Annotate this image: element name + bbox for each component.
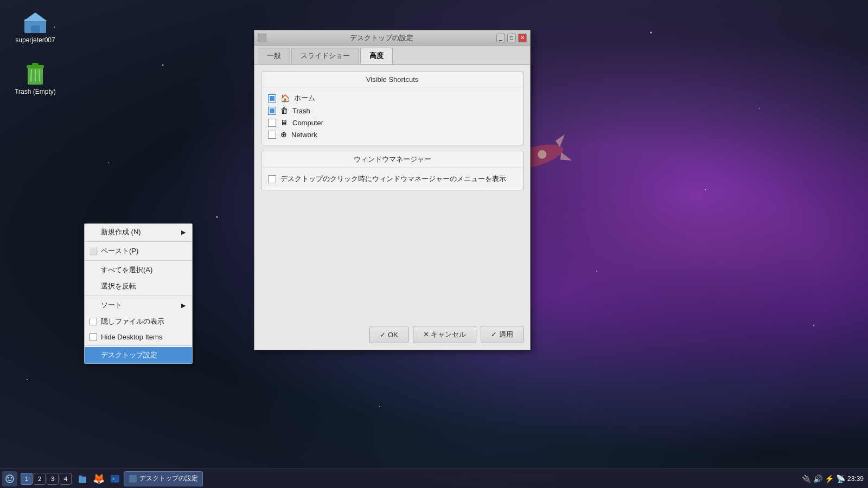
ctx-item-select-all[interactable]: すべてを選択(A) xyxy=(85,262,192,278)
svg-point-12 xyxy=(813,325,815,326)
dialog-titlebar: デスクトップの設定 _ □ ✕ xyxy=(254,30,530,46)
ctx-selectall-label: すべてを選択(A) xyxy=(101,265,152,275)
paste-icon: ⬜ xyxy=(89,247,98,255)
svg-point-10 xyxy=(596,271,597,272)
tray-icon-power[interactable]: ⚡ xyxy=(825,474,834,483)
shortcut-network-checkbox[interactable] xyxy=(268,131,276,139)
ctx-separator-1 xyxy=(85,241,192,242)
ctx-hidedesktop-label: Hide Desktop Items xyxy=(101,333,162,341)
taskbar-active-app-label: デスクトップの設定 xyxy=(139,474,198,483)
workspace-1[interactable]: 1 xyxy=(21,473,33,485)
tab-slideshow[interactable]: スライドショー xyxy=(291,48,359,64)
home-icon-label: superjeter007 xyxy=(15,36,55,44)
ctx-new-arrow: ▶ xyxy=(181,229,186,236)
tab-general[interactable]: 一般 xyxy=(258,48,290,64)
shortcut-computer-label: Computer xyxy=(292,119,323,127)
window-manager-title: ウィンドウマネージャー xyxy=(261,151,523,168)
desktop-icon-home[interactable]: superjeter007 xyxy=(14,8,57,44)
wm-menu-label: デスクトップのクリック時にウィンドウマネージャーのメニューを表示 xyxy=(280,174,506,184)
ctx-desktopsettings-label: デスクトップ設定 xyxy=(101,350,157,360)
svg-rect-38 xyxy=(129,475,137,483)
svg-point-9 xyxy=(216,216,218,218)
taskbar-active-app[interactable]: デスクトップの設定 xyxy=(124,471,203,486)
svg-point-13 xyxy=(27,379,28,380)
visible-shortcuts-section: Visible Shortcuts 🏠 ホーム 🗑 Trash xyxy=(261,72,524,145)
svg-marker-18 xyxy=(559,150,572,163)
tray-icon-wireless[interactable]: 📡 xyxy=(836,474,845,483)
workspace-switcher: 1 2 3 4 xyxy=(21,473,72,485)
ctx-paste-label: ペースト(P) xyxy=(101,246,138,256)
ctx-item-hide-desktop[interactable]: Hide Desktop Items xyxy=(85,330,192,344)
desktop[interactable]: superjeter007 Trash (Empty) 新規作成 (N) ▶ ⬜ xyxy=(0,0,868,488)
shortcut-network-label: Network xyxy=(291,131,317,139)
shortcut-trash-row: 🗑 Trash xyxy=(268,105,516,117)
hide-desktop-checkbox-icon xyxy=(89,333,98,342)
ctx-separator-4 xyxy=(85,345,192,346)
network-shortcut-icon: ⊕ xyxy=(280,130,287,139)
apply-button[interactable]: ✓ 適用 xyxy=(481,326,524,343)
ctx-separator-2 xyxy=(85,260,192,261)
window-manager-body: デスクトップのクリック時にウィンドウマネージャーのメニューを表示 xyxy=(261,168,523,190)
svg-point-32 xyxy=(8,477,9,478)
ctx-invertsel-label: 選択を反転 xyxy=(101,281,136,291)
taskbar-terminal[interactable]: >_ xyxy=(107,471,123,486)
cancel-button[interactable]: ✕ キャンセル xyxy=(413,326,477,343)
shortcut-home-label: ホーム xyxy=(294,93,315,103)
taskbar-files[interactable] xyxy=(75,471,90,486)
wm-menu-row: デスクトップのクリック時にウィンドウマネージャーのメニューを表示 xyxy=(268,172,516,185)
svg-point-11 xyxy=(705,189,706,190)
desktop-icon-trash[interactable]: Trash (Empty) xyxy=(14,60,57,95)
wm-menu-checkbox[interactable] xyxy=(268,175,276,183)
ok-button[interactable]: ✓ OK xyxy=(369,326,408,343)
svg-point-6 xyxy=(650,32,652,34)
shortcut-home-row: 🏠 ホーム xyxy=(268,92,516,105)
shortcut-computer-checkbox[interactable] xyxy=(268,119,276,127)
trash-icon-label: Trash (Empty) xyxy=(15,88,56,95)
dialog-content: Visible Shortcuts 🏠 ホーム 🗑 Trash xyxy=(254,65,530,322)
visible-shortcuts-title: Visible Shortcuts xyxy=(261,72,523,87)
ctx-item-new[interactable]: 新規作成 (N) ▶ xyxy=(85,224,192,240)
taskbar: 1 2 3 4 🦊 >_ xyxy=(0,468,868,488)
workspace-4[interactable]: 4 xyxy=(60,473,72,485)
ctx-item-sort[interactable]: ソート ▶ xyxy=(85,297,192,313)
show-hidden-checkbox-icon xyxy=(89,317,98,326)
maximize-button[interactable]: □ xyxy=(507,34,516,42)
tray-icon-network[interactable]: 🔌 xyxy=(802,474,811,483)
svg-line-28 xyxy=(31,69,31,81)
trash-icon xyxy=(22,60,48,86)
ctx-item-desktop-settings[interactable]: デスクトップ設定 xyxy=(85,347,192,363)
taskbar-right: 🔌 🔊 ⚡ 📡 23:39 xyxy=(802,474,868,483)
visible-shortcuts-body: 🏠 ホーム 🗑 Trash 🖥 Computer xyxy=(261,87,523,145)
tab-advanced[interactable]: 高度 xyxy=(360,48,393,64)
shortcut-trash-label: Trash xyxy=(292,107,310,115)
ctx-item-show-hidden[interactable]: 隠しファイルの表示 xyxy=(85,313,192,330)
tray-icon-volume[interactable]: 🔊 xyxy=(813,474,822,483)
svg-marker-17 xyxy=(554,134,567,147)
ctx-sort-label: ソート xyxy=(101,300,122,310)
dialog-window: デスクトップの設定 _ □ ✕ 一般 スライドショー 高度 Visible Sh… xyxy=(254,30,531,350)
taskbar-firefox[interactable]: 🦊 xyxy=(91,471,106,486)
computer-shortcut-icon: 🖥 xyxy=(280,118,288,127)
dialog-title-icon xyxy=(258,34,266,42)
svg-point-31 xyxy=(6,475,14,483)
shortcut-trash-checkbox[interactable] xyxy=(268,107,276,115)
minimize-button[interactable]: _ xyxy=(496,34,505,42)
close-button[interactable]: ✕ xyxy=(518,34,527,42)
shortcut-home-checkbox[interactable] xyxy=(268,94,276,102)
taskbar-apps: 🦊 >_ xyxy=(75,471,123,486)
ctx-item-paste[interactable]: ⬜ ペースト(P) xyxy=(85,243,192,259)
svg-point-19 xyxy=(537,149,548,160)
dialog-tabs: 一般 スライドショー 高度 xyxy=(254,46,530,65)
start-button[interactable] xyxy=(2,471,17,486)
svg-point-3 xyxy=(162,65,164,66)
dialog-title: デスクトップの設定 xyxy=(270,33,493,43)
svg-text:>_: >_ xyxy=(112,477,118,481)
ctx-item-invert-sel[interactable]: 選択を反転 xyxy=(85,278,192,294)
workspace-3[interactable]: 3 xyxy=(47,473,59,485)
ctx-showhidden-label: 隠しファイルの表示 xyxy=(101,317,164,326)
svg-point-7 xyxy=(759,108,760,109)
dialog-footer: ✓ OK ✕ キャンセル ✓ 適用 xyxy=(254,322,530,350)
workspace-2[interactable]: 2 xyxy=(34,473,46,485)
svg-point-8 xyxy=(108,162,109,163)
ctx-separator-3 xyxy=(85,296,192,296)
